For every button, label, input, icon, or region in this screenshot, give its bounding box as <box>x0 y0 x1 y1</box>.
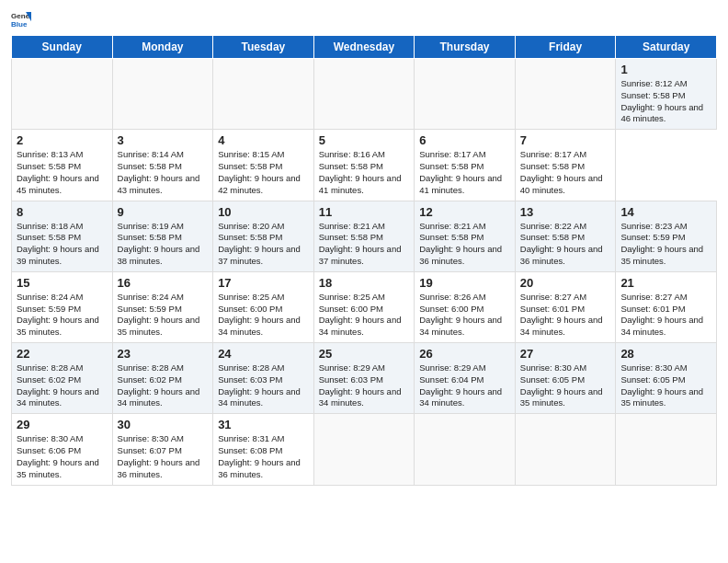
calendar-cell: 10Sunrise: 8:20 AMSunset: 5:58 PMDayligh… <box>213 201 314 271</box>
day-header-monday: Monday <box>112 36 213 59</box>
cell-info: Sunrise: 8:17 AMSunset: 5:58 PMDaylight:… <box>520 149 611 196</box>
calendar-cell: 24Sunrise: 8:28 AMSunset: 6:03 PMDayligh… <box>213 343 314 414</box>
day-number: 13 <box>520 205 611 219</box>
calendar-cell: 18Sunrise: 8:25 AMSunset: 6:00 PMDayligh… <box>313 271 415 342</box>
day-number: 14 <box>620 205 711 219</box>
day-number: 6 <box>419 133 510 147</box>
cell-info: Sunrise: 8:23 AMSunset: 5:59 PMDaylight:… <box>620 221 711 268</box>
calendar-cell: 9Sunrise: 8:19 AMSunset: 5:58 PMDaylight… <box>112 201 213 271</box>
cell-info: Sunrise: 8:13 AMSunset: 5:58 PMDaylight:… <box>17 149 108 196</box>
cell-info: Sunrise: 8:29 AMSunset: 6:04 PMDaylight:… <box>419 362 510 409</box>
cell-info: Sunrise: 8:21 AMSunset: 5:58 PMDaylight:… <box>419 221 510 268</box>
calendar-cell: 19Sunrise: 8:26 AMSunset: 6:00 PMDayligh… <box>415 271 516 342</box>
cell-info: Sunrise: 8:24 AMSunset: 5:59 PMDaylight:… <box>118 292 209 339</box>
calendar-cell: 28Sunrise: 8:30 AMSunset: 6:05 PMDayligh… <box>616 343 717 414</box>
cell-info: Sunrise: 8:27 AMSunset: 6:01 PMDaylight:… <box>520 292 611 339</box>
calendar-cell: 27Sunrise: 8:30 AMSunset: 6:05 PMDayligh… <box>515 343 616 414</box>
calendar-week-1: 1Sunrise: 8:12 AMSunset: 5:58 PMDaylight… <box>12 59 717 130</box>
cell-info: Sunrise: 8:28 AMSunset: 6:03 PMDaylight:… <box>218 362 309 409</box>
day-header-tuesday: Tuesday <box>213 36 314 59</box>
calendar-cell <box>12 59 113 130</box>
day-header-wednesday: Wednesday <box>313 36 415 59</box>
cell-info: Sunrise: 8:18 AMSunset: 5:58 PMDaylight:… <box>17 221 108 268</box>
calendar-cell: 22Sunrise: 8:28 AMSunset: 6:02 PMDayligh… <box>12 343 113 414</box>
day-number: 23 <box>118 347 209 361</box>
calendar-cell: 14Sunrise: 8:23 AMSunset: 5:59 PMDayligh… <box>616 201 717 271</box>
cell-info: Sunrise: 8:30 AMSunset: 6:05 PMDaylight:… <box>520 362 611 409</box>
calendar-cell: 8Sunrise: 8:18 AMSunset: 5:58 PMDaylight… <box>12 201 113 271</box>
day-header-sunday: Sunday <box>12 36 113 59</box>
cell-info: Sunrise: 8:29 AMSunset: 6:03 PMDaylight:… <box>319 362 410 409</box>
svg-text:Blue: Blue <box>11 20 28 29</box>
calendar-cell: 6Sunrise: 8:17 AMSunset: 5:58 PMDaylight… <box>415 130 516 201</box>
day-header-saturday: Saturday <box>616 36 717 59</box>
calendar-cell: 20Sunrise: 8:27 AMSunset: 6:01 PMDayligh… <box>515 271 616 342</box>
day-number: 22 <box>17 347 108 361</box>
cell-info: Sunrise: 8:30 AMSunset: 6:05 PMDaylight:… <box>620 362 711 409</box>
header: General Blue <box>11 9 717 29</box>
day-number: 24 <box>218 347 309 361</box>
cell-info: Sunrise: 8:19 AMSunset: 5:58 PMDaylight:… <box>118 221 209 268</box>
day-number: 10 <box>218 205 309 219</box>
calendar-cell: 31Sunrise: 8:31 AMSunset: 6:08 PMDayligh… <box>213 414 314 485</box>
day-number: 21 <box>620 276 711 290</box>
day-number: 3 <box>118 133 209 147</box>
calendar-week-3: 8Sunrise: 8:18 AMSunset: 5:58 PMDaylight… <box>12 201 717 271</box>
cell-info: Sunrise: 8:12 AMSunset: 5:58 PMDaylight:… <box>620 78 711 125</box>
cell-info: Sunrise: 8:31 AMSunset: 6:08 PMDaylight:… <box>218 433 309 480</box>
calendar-cell: 11Sunrise: 8:21 AMSunset: 5:58 PMDayligh… <box>313 201 415 271</box>
calendar-cell: 16Sunrise: 8:24 AMSunset: 5:59 PMDayligh… <box>112 271 213 342</box>
calendar-cell: 5Sunrise: 8:16 AMSunset: 5:58 PMDaylight… <box>313 130 415 201</box>
calendar-cell <box>313 414 415 485</box>
calendar-cell: 21Sunrise: 8:27 AMSunset: 6:01 PMDayligh… <box>616 271 717 342</box>
calendar-cell: 26Sunrise: 8:29 AMSunset: 6:04 PMDayligh… <box>415 343 516 414</box>
calendar-cell <box>112 59 213 130</box>
day-number: 18 <box>319 276 410 290</box>
cell-info: Sunrise: 8:28 AMSunset: 6:02 PMDaylight:… <box>17 362 108 409</box>
calendar-cell: 30Sunrise: 8:30 AMSunset: 6:07 PMDayligh… <box>112 414 213 485</box>
cell-info: Sunrise: 8:20 AMSunset: 5:58 PMDaylight:… <box>218 221 309 268</box>
day-header-friday: Friday <box>515 36 616 59</box>
day-number: 26 <box>419 347 510 361</box>
day-number: 29 <box>17 418 108 431</box>
day-number: 2 <box>17 133 108 147</box>
calendar-week-6: 29Sunrise: 8:30 AMSunset: 6:06 PMDayligh… <box>12 414 717 485</box>
logo-icon: General Blue <box>11 9 31 29</box>
calendar-cell <box>213 59 314 130</box>
calendar-cell: 7Sunrise: 8:17 AMSunset: 5:58 PMDaylight… <box>515 130 616 201</box>
calendar-cell: 15Sunrise: 8:24 AMSunset: 5:59 PMDayligh… <box>12 271 113 342</box>
day-number: 25 <box>319 347 410 361</box>
calendar-cell: 3Sunrise: 8:14 AMSunset: 5:58 PMDaylight… <box>112 130 213 201</box>
cell-info: Sunrise: 8:16 AMSunset: 5:58 PMDaylight:… <box>319 149 410 196</box>
cell-info: Sunrise: 8:26 AMSunset: 6:00 PMDaylight:… <box>419 292 510 339</box>
day-number: 11 <box>319 205 410 219</box>
cell-info: Sunrise: 8:28 AMSunset: 6:02 PMDaylight:… <box>118 362 209 409</box>
calendar-cell: 23Sunrise: 8:28 AMSunset: 6:02 PMDayligh… <box>112 343 213 414</box>
day-number: 5 <box>319 133 410 147</box>
calendar-cell: 13Sunrise: 8:22 AMSunset: 5:58 PMDayligh… <box>515 201 616 271</box>
calendar-cell: 25Sunrise: 8:29 AMSunset: 6:03 PMDayligh… <box>313 343 415 414</box>
calendar-cell: 29Sunrise: 8:30 AMSunset: 6:06 PMDayligh… <box>12 414 113 485</box>
calendar-cell: 12Sunrise: 8:21 AMSunset: 5:58 PMDayligh… <box>415 201 516 271</box>
cell-info: Sunrise: 8:14 AMSunset: 5:58 PMDaylight:… <box>118 149 209 196</box>
calendar-week-5: 22Sunrise: 8:28 AMSunset: 6:02 PMDayligh… <box>12 343 717 414</box>
cell-info: Sunrise: 8:22 AMSunset: 5:58 PMDaylight:… <box>520 221 611 268</box>
calendar-cell <box>616 414 717 485</box>
calendar-cell <box>515 59 616 130</box>
day-number: 28 <box>620 347 711 361</box>
calendar-cell <box>415 414 516 485</box>
calendar-week-4: 15Sunrise: 8:24 AMSunset: 5:59 PMDayligh… <box>12 271 717 342</box>
day-header-thursday: Thursday <box>415 36 516 59</box>
day-number: 15 <box>17 276 108 290</box>
calendar-cell <box>313 59 415 130</box>
day-number: 17 <box>218 276 309 290</box>
day-number: 1 <box>620 63 711 76</box>
calendar-cell: 2Sunrise: 8:13 AMSunset: 5:58 PMDaylight… <box>12 130 113 201</box>
cell-info: Sunrise: 8:21 AMSunset: 5:58 PMDaylight:… <box>319 221 410 268</box>
calendar-cell <box>415 59 516 130</box>
cell-info: Sunrise: 8:17 AMSunset: 5:58 PMDaylight:… <box>419 149 510 196</box>
logo: General Blue <box>11 9 31 29</box>
cell-info: Sunrise: 8:27 AMSunset: 6:01 PMDaylight:… <box>620 292 711 339</box>
cell-info: Sunrise: 8:24 AMSunset: 5:59 PMDaylight:… <box>17 292 108 339</box>
day-number: 4 <box>218 133 309 147</box>
